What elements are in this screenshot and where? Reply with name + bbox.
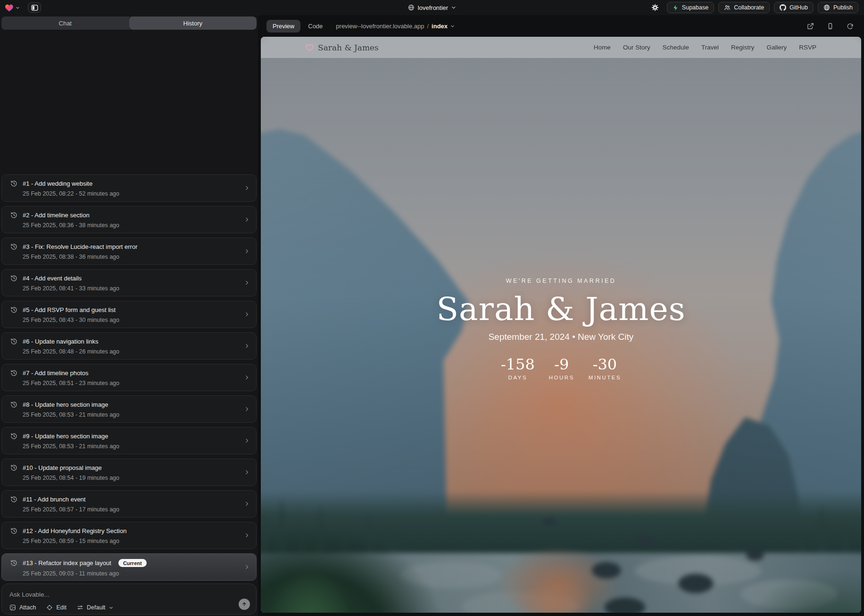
attach-button[interactable]: Attach xyxy=(9,604,36,611)
history-item-timestamp: 25 Feb 2025, 09:03 - 11 minutes ago xyxy=(23,570,237,577)
history-restore-icon xyxy=(10,338,17,345)
preview-toolbar: Preview Code preview--lovefrontier.lovab… xyxy=(258,15,864,37)
collaborate-button[interactable]: Collaborate xyxy=(718,2,770,13)
hero-section: WE'RE GETTING MARRIED Sarah & James Sept… xyxy=(261,37,861,380)
supabase-button[interactable]: Supabase xyxy=(667,2,714,13)
history-item[interactable]: #5 - Add RSVP form and guest list 25 Feb… xyxy=(1,301,257,328)
history-item-title: #12 - Add Honeyfund Registry Section xyxy=(23,527,126,534)
edit-label: Edit xyxy=(56,604,66,611)
history-item[interactable]: #9 - Update hero section image 25 Feb 20… xyxy=(1,427,257,454)
github-label: GitHub xyxy=(789,4,808,11)
history-restore-icon xyxy=(10,496,17,503)
history-item[interactable]: #6 - Update navigation links 25 Feb 2025… xyxy=(1,332,257,360)
history-item-title: #3 - Fix: Resolve Lucide-react import er… xyxy=(23,243,137,250)
hero-date-location: September 21, 2024 • New York City xyxy=(489,332,634,342)
history-item[interactable]: #8 - Update hero section image 25 Feb 20… xyxy=(1,395,257,423)
history-item[interactable]: #13 - Refactor index page layout Current… xyxy=(1,553,257,581)
globe-icon xyxy=(408,4,415,11)
project-switcher[interactable]: lovefrontier xyxy=(408,0,456,15)
countdown-minutes: -30 MINUTES xyxy=(589,357,621,380)
history-restore-icon xyxy=(10,433,17,440)
history-item[interactable]: #12 - Add Honeyfund Registry Section 25 … xyxy=(1,522,257,549)
url-separator: / xyxy=(427,23,429,30)
history-item-timestamp: 25 Feb 2025, 08:53 - 21 minutes ago xyxy=(23,411,237,418)
chevron-right-icon[interactable] xyxy=(244,469,250,476)
history-item[interactable]: #11 - Add brunch event 25 Feb 2025, 08:5… xyxy=(1,490,257,517)
history-item-title: #10 - Update proposal image xyxy=(23,464,102,471)
edit-button[interactable]: Edit xyxy=(46,604,66,611)
chevron-right-icon[interactable] xyxy=(244,501,250,507)
history-item-timestamp: 25 Feb 2025, 08:59 - 15 minutes ago xyxy=(23,538,237,544)
history-item-title: #1 - Add wedding website xyxy=(23,180,92,187)
chevron-right-icon[interactable] xyxy=(244,564,250,570)
history-item[interactable]: #2 - Add timeline section 25 Feb 2025, 0… xyxy=(1,206,257,233)
chevron-right-icon[interactable] xyxy=(244,248,250,255)
users-icon xyxy=(724,4,731,11)
sidebar-toggle-button[interactable] xyxy=(28,2,41,13)
history-restore-icon xyxy=(10,212,17,219)
history-item-title: #2 - Add timeline section xyxy=(23,212,90,219)
history-item[interactable]: #3 - Fix: Resolve Lucide-react import er… xyxy=(1,238,257,265)
chevron-right-icon[interactable] xyxy=(244,185,250,191)
publish-globe-icon xyxy=(823,4,830,11)
tab-history[interactable]: History xyxy=(129,16,257,30)
chevron-down-icon xyxy=(16,6,20,10)
collaborate-label: Collaborate xyxy=(734,4,764,11)
chevron-right-icon[interactable] xyxy=(244,438,250,444)
chevron-down-icon xyxy=(450,24,455,28)
tab-chat[interactable]: Chat xyxy=(1,16,129,30)
history-restore-icon xyxy=(10,180,17,187)
publish-label: Publish xyxy=(833,4,853,11)
tab-code[interactable]: Code xyxy=(308,23,323,30)
countdown-days-value: -158 xyxy=(501,357,535,372)
countdown-minutes-label: MINUTES xyxy=(589,375,621,380)
url-host: preview--lovefrontier.lovable.app xyxy=(336,23,424,30)
tab-preview[interactable]: Preview xyxy=(266,20,300,33)
history-item-timestamp: 25 Feb 2025, 08:38 - 36 minutes ago xyxy=(23,254,237,260)
chat-history-panel: Chat History #1 - Add wedding website 25… xyxy=(0,15,258,616)
mode-selector[interactable]: Default xyxy=(77,604,113,611)
sliders-icon xyxy=(77,604,83,611)
preview-url[interactable]: preview--lovefrontier.lovable.app / inde… xyxy=(336,23,455,30)
history-restore-icon xyxy=(10,464,17,471)
history-item-title: #9 - Update hero section image xyxy=(23,433,108,440)
chevron-right-icon[interactable] xyxy=(244,375,250,381)
panel-left-icon xyxy=(31,4,38,11)
chevron-right-icon[interactable] xyxy=(244,343,250,349)
settings-button[interactable] xyxy=(649,2,661,13)
history-restore-icon xyxy=(10,370,17,377)
crosshair-icon xyxy=(46,604,53,611)
countdown-hours-value: -9 xyxy=(554,357,569,372)
countdown-hours-label: HOURS xyxy=(549,375,574,380)
chevron-right-icon[interactable] xyxy=(244,280,250,286)
history-item-title: #8 - Update hero section image xyxy=(23,401,108,408)
attach-label: Attach xyxy=(19,604,36,611)
lovable-logo-menu[interactable] xyxy=(5,4,20,12)
history-item[interactable]: #10 - Update proposal image 25 Feb 2025,… xyxy=(1,459,257,486)
gear-icon xyxy=(651,4,659,11)
chevron-right-icon[interactable] xyxy=(244,406,250,412)
arrow-up-icon xyxy=(241,601,247,607)
chevron-right-icon[interactable] xyxy=(244,312,250,318)
publish-button[interactable]: Publish xyxy=(818,2,858,13)
open-external-icon[interactable] xyxy=(807,23,814,30)
history-item[interactable]: #1 - Add wedding website 25 Feb 2025, 08… xyxy=(1,174,257,202)
ask-lovable-input[interactable] xyxy=(9,591,201,598)
history-item[interactable]: #4 - Add event details 25 Feb 2025, 08:4… xyxy=(1,269,257,296)
refresh-icon[interactable] xyxy=(847,23,854,30)
mobile-view-icon[interactable] xyxy=(827,23,834,30)
chevron-right-icon[interactable] xyxy=(244,533,250,539)
send-button[interactable] xyxy=(239,599,250,610)
github-button[interactable]: GitHub xyxy=(774,2,814,13)
chevron-right-icon[interactable] xyxy=(244,217,250,223)
history-item-timestamp: 25 Feb 2025, 08:51 - 23 minutes ago xyxy=(23,380,237,386)
history-item-timestamp: 25 Feb 2025, 08:57 - 17 minutes ago xyxy=(23,506,237,513)
history-restore-icon xyxy=(10,306,17,313)
history-item[interactable]: #7 - Add timeline photos 25 Feb 2025, 08… xyxy=(1,364,257,391)
history-item-timestamp: 25 Feb 2025, 08:36 - 38 minutes ago xyxy=(23,222,237,229)
countdown: -158 DAYS -9 HOURS -30 MINUTES xyxy=(501,357,621,380)
chevron-down-icon xyxy=(109,606,113,610)
history-list: #1 - Add wedding website 25 Feb 2025, 08… xyxy=(1,30,257,583)
history-restore-icon xyxy=(10,559,17,567)
history-item-timestamp: 25 Feb 2025, 08:54 - 19 minutes ago xyxy=(23,475,237,481)
